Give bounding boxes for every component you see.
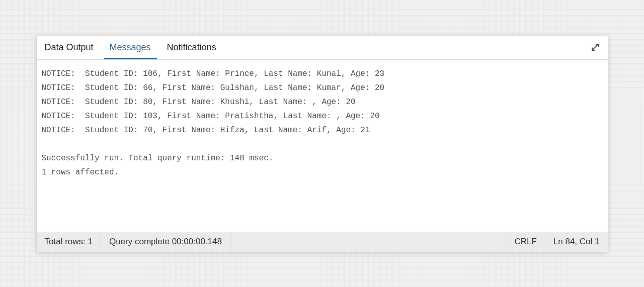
summary-runtime: Successfully run. Total query runtime: 1…: [42, 154, 274, 163]
messages-output: NOTICE: Student ID: 106, First Name: Pri…: [37, 60, 608, 232]
tab-messages[interactable]: Messages: [103, 36, 158, 59]
notice-line: NOTICE: Student ID: 106, First Name: Pri…: [42, 69, 385, 78]
notice-line: NOTICE: Student ID: 103, First Name: Pra…: [42, 112, 380, 121]
status-cursor-position: Ln 84, Col 1: [545, 232, 608, 252]
status-total-rows: Total rows: 1: [37, 232, 101, 252]
output-tabs: Data Output Messages Notifications: [37, 36, 608, 60]
status-query-complete: Query complete 00:00:00.148: [101, 232, 230, 252]
notice-line: NOTICE: Student ID: 66, First Name: Guls…: [42, 83, 385, 92]
notice-line: NOTICE: Student ID: 80, First Name: Khus…: [42, 98, 356, 107]
query-output-panel: Data Output Messages Notifications NOTIC…: [37, 36, 608, 252]
tab-data-output[interactable]: Data Output: [38, 36, 101, 59]
notice-line: NOTICE: Student ID: 70, First Name: Hifz…: [42, 126, 370, 135]
status-line-ending[interactable]: CRLF: [506, 232, 545, 252]
status-bar: Total rows: 1 Query complete 00:00:00.14…: [37, 232, 608, 252]
expand-icon[interactable]: [584, 38, 607, 57]
tab-notifications[interactable]: Notifications: [160, 36, 223, 59]
svg-line-0: [592, 44, 598, 50]
summary-rows-affected: 1 rows affected.: [42, 168, 119, 177]
